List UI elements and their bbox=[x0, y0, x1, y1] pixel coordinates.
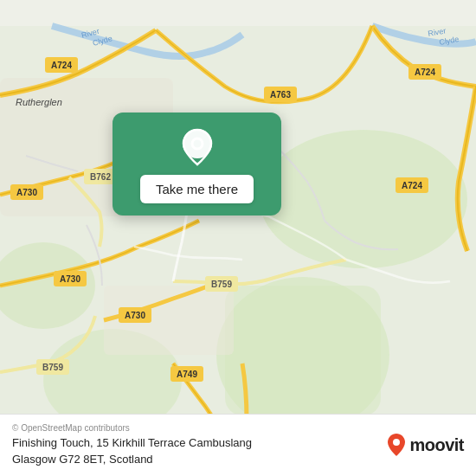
svg-text:Rutherglen: Rutherglen bbox=[16, 97, 62, 107]
svg-text:A730: A730 bbox=[60, 274, 80, 284]
svg-text:A724: A724 bbox=[415, 68, 435, 77]
svg-text:A730: A730 bbox=[16, 188, 37, 197]
address-line2: Glasgow G72 8ET, Scotland bbox=[12, 453, 153, 466]
take-me-there-button[interactable]: Take me there bbox=[140, 175, 254, 203]
bottom-bar-info: © OpenStreetMap contributors Finishing T… bbox=[12, 423, 252, 467]
svg-text:A730: A730 bbox=[125, 311, 145, 320]
address-line1: Finishing Touch, 15 Kirkhill Terrace Cam… bbox=[12, 436, 252, 449]
bottom-bar: © OpenStreetMap contributors Finishing T… bbox=[0, 414, 476, 476]
svg-rect-5 bbox=[225, 286, 381, 415]
location-card: Take me there bbox=[113, 113, 281, 215]
moovit-pin-icon bbox=[387, 433, 406, 457]
moovit-logo: moovit bbox=[387, 433, 464, 457]
svg-text:B759: B759 bbox=[42, 363, 63, 372]
map-svg: A724 A724 A763 A730 B762 A730 B759 A730 … bbox=[0, 0, 476, 476]
map-pin-icon bbox=[181, 128, 214, 166]
osm-credit: © OpenStreetMap contributors bbox=[12, 423, 252, 433]
address-block: Finishing Touch, 15 Kirkhill Terrace Cam… bbox=[12, 434, 252, 467]
svg-text:A749: A749 bbox=[177, 370, 197, 379]
svg-text:A724: A724 bbox=[51, 61, 72, 70]
svg-point-1 bbox=[260, 130, 467, 268]
map-container: A724 A724 A763 A730 B762 A730 B759 A730 … bbox=[0, 0, 476, 476]
svg-text:A763: A763 bbox=[270, 90, 291, 100]
svg-text:A724: A724 bbox=[402, 181, 422, 190]
moovit-text: moovit bbox=[409, 435, 464, 455]
svg-point-39 bbox=[393, 439, 400, 446]
svg-text:B759: B759 bbox=[211, 280, 232, 289]
svg-text:B762: B762 bbox=[90, 172, 111, 182]
